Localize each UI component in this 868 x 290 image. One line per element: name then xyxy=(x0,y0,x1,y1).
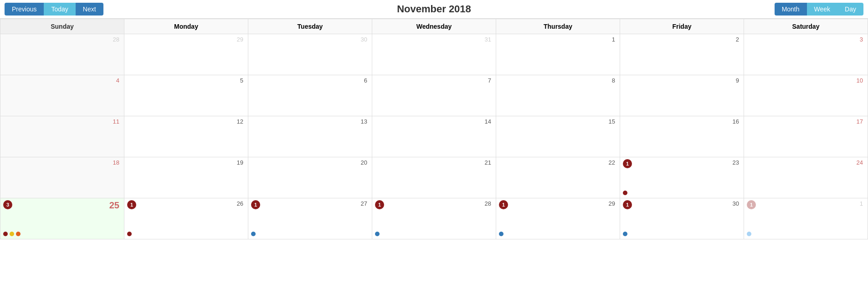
day-number: 16 xyxy=(623,118,741,125)
calendar-cell[interactable]: 31 xyxy=(372,34,496,75)
day-number: 31 xyxy=(375,36,493,43)
today-button[interactable]: Today xyxy=(44,3,75,16)
day-header-wednesday: Wednesday xyxy=(372,19,496,34)
event-dots xyxy=(747,232,751,236)
calendar-cell[interactable]: 2 xyxy=(620,34,744,75)
calendar-cell[interactable]: 6 xyxy=(248,75,372,116)
calendar-cell[interactable]: 1 xyxy=(496,34,620,75)
day-number: 12 xyxy=(127,118,245,125)
day-number: 30 xyxy=(251,36,369,43)
event-count-badge[interactable]: 1 xyxy=(747,200,756,209)
day-number: 4 xyxy=(3,77,121,84)
week-view-button[interactable]: Week xyxy=(807,3,838,16)
day-number: 1 xyxy=(747,200,865,207)
day-header-monday: Monday xyxy=(124,19,248,34)
calendar-cell[interactable]: 5 xyxy=(124,75,248,116)
event-count-badge[interactable]: 1 xyxy=(127,200,136,209)
day-number: 11 xyxy=(3,118,121,125)
event-dot xyxy=(3,232,8,236)
day-number: 29 xyxy=(499,200,617,207)
nav-buttons: Previous Today Next xyxy=(5,3,103,16)
event-dot xyxy=(747,232,751,236)
month-view-button[interactable]: Month xyxy=(775,3,807,16)
calendar-week-row: 28293031123 xyxy=(0,34,868,75)
day-number: 6 xyxy=(251,77,369,84)
calendar-cell[interactable]: 9 xyxy=(620,75,744,116)
event-dots xyxy=(251,232,256,236)
calendar-week-row: 181920212223124 xyxy=(0,157,868,198)
event-dots xyxy=(623,232,627,236)
day-number: 15 xyxy=(499,118,617,125)
day-number: 24 xyxy=(747,159,865,166)
day-number: 3 xyxy=(747,36,865,43)
day-number: 25 xyxy=(3,200,121,211)
calendar-title: November 2018 xyxy=(397,3,471,15)
calendar-cell[interactable]: 291 xyxy=(496,198,620,239)
event-count-badge[interactable]: 1 xyxy=(623,159,632,168)
calendar-cell[interactable]: 21 xyxy=(372,157,496,198)
view-buttons: Month Week Day xyxy=(775,3,863,16)
calendar-cell[interactable]: 20 xyxy=(248,157,372,198)
calendar-cell[interactable]: 24 xyxy=(744,157,868,198)
day-number: 28 xyxy=(375,200,493,207)
calendar-cell[interactable]: 13 xyxy=(248,116,372,157)
calendar-cell[interactable]: 4 xyxy=(0,75,124,116)
event-count-badge[interactable]: 1 xyxy=(375,200,384,209)
calendar-cell[interactable]: 10 xyxy=(744,75,868,116)
calendar-cell[interactable]: 29 xyxy=(124,34,248,75)
day-number: 18 xyxy=(3,159,121,166)
calendar-cell[interactable]: 28 xyxy=(0,34,124,75)
next-button[interactable]: Next xyxy=(76,3,103,16)
calendar-week-row: 11121314151617 xyxy=(0,116,868,157)
calendar-cell[interactable]: 30 xyxy=(248,34,372,75)
calendar-week-row: 25326127128129130111 xyxy=(0,198,868,239)
event-dots xyxy=(623,191,627,195)
day-number: 5 xyxy=(127,77,245,84)
day-number: 21 xyxy=(375,159,493,166)
calendar-cell[interactable]: 19 xyxy=(124,157,248,198)
day-number: 8 xyxy=(499,77,617,84)
calendar-cell[interactable]: 253 xyxy=(0,198,124,239)
calendar-cell[interactable]: 22 xyxy=(496,157,620,198)
day-number: 23 xyxy=(623,159,741,166)
event-dot xyxy=(623,232,627,236)
calendar-cell[interactable]: 281 xyxy=(372,198,496,239)
calendar-cell[interactable]: 301 xyxy=(620,198,744,239)
day-number: 26 xyxy=(127,200,245,207)
calendar-cell[interactable]: 14 xyxy=(372,116,496,157)
event-dots xyxy=(127,232,132,236)
event-count-badge[interactable]: 3 xyxy=(3,200,12,209)
day-header-tuesday: Tuesday xyxy=(248,19,372,34)
previous-button[interactable]: Previous xyxy=(5,3,44,16)
calendar-cell[interactable]: 3 xyxy=(744,34,868,75)
calendar-cell[interactable]: 271 xyxy=(248,198,372,239)
day-number: 28 xyxy=(3,36,121,43)
calendar-cell[interactable]: 16 xyxy=(620,116,744,157)
event-count-badge[interactable]: 1 xyxy=(623,200,632,209)
day-number: 20 xyxy=(251,159,369,166)
day-number: 14 xyxy=(375,118,493,125)
calendar-cell[interactable]: 231 xyxy=(620,157,744,198)
day-header-saturday: Saturday xyxy=(744,19,868,34)
day-number: 27 xyxy=(251,200,369,207)
day-header-sunday: Sunday xyxy=(0,19,124,34)
calendar-cell[interactable]: 12 xyxy=(124,116,248,157)
day-view-button[interactable]: Day xyxy=(837,3,863,16)
calendar-cell[interactable]: 261 xyxy=(124,198,248,239)
day-number: 13 xyxy=(251,118,369,125)
event-dot xyxy=(375,232,380,236)
event-dot xyxy=(499,232,503,236)
event-dots xyxy=(3,232,21,236)
day-number: 9 xyxy=(623,77,741,84)
calendar-cell[interactable]: 15 xyxy=(496,116,620,157)
event-count-badge[interactable]: 1 xyxy=(499,200,508,209)
calendar-cell[interactable]: 7 xyxy=(372,75,496,116)
event-count-badge[interactable]: 1 xyxy=(251,200,260,209)
calendar-cell[interactable]: 11 xyxy=(0,116,124,157)
day-number: 29 xyxy=(127,36,245,43)
calendar-cell[interactable]: 8 xyxy=(496,75,620,116)
calendar-cell[interactable]: 11 xyxy=(744,198,868,239)
calendar-cell[interactable]: 17 xyxy=(744,116,868,157)
calendar-cell[interactable]: 18 xyxy=(0,157,124,198)
calendar-grid: SundayMondayTuesdayWednesdayThursdayFrid… xyxy=(0,19,868,239)
